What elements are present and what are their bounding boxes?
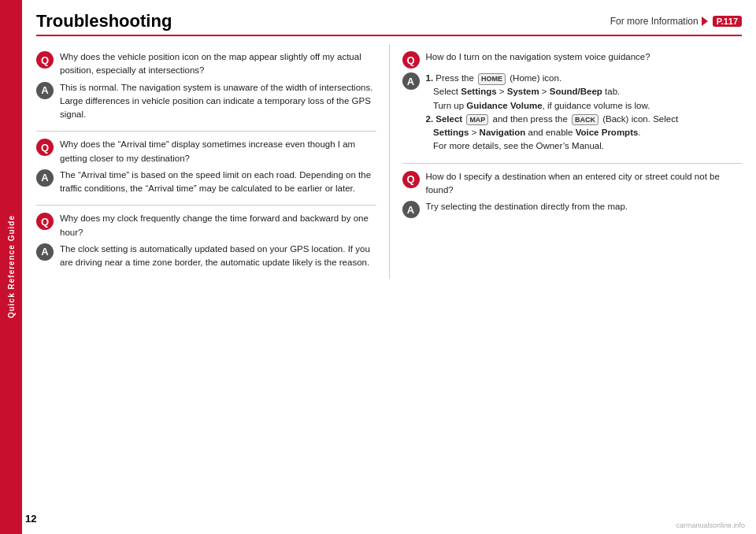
map-button-badge: MAP	[466, 114, 488, 126]
home-button-badge: HOME	[478, 73, 506, 85]
qa-block-3: Q Why does my clock frequently change th…	[36, 206, 376, 279]
q-icon-2: Q	[36, 139, 54, 156]
question-text-1: Why does the vehicle position icon on th…	[60, 50, 376, 78]
a-icon-5: A	[402, 201, 420, 218]
answer-text-2: The “Arrival time” is based on the speed…	[60, 169, 376, 196]
page-title: Troubleshooting	[36, 11, 172, 32]
answer-text-5: Try selecting the destination directly f…	[426, 200, 743, 213]
ref-page-badge: P.117	[713, 16, 742, 27]
answer-row-3: A The clock setting is automatically upd…	[36, 243, 376, 270]
a-icon-1: A	[36, 82, 54, 99]
answer-text-3: The clock setting is automatically updat…	[60, 243, 376, 270]
back-button-badge: BACK	[572, 114, 598, 126]
content-columns: Q Why does the vehicle position icon on …	[36, 44, 742, 279]
q-icon-1: Q	[36, 51, 54, 69]
header-ref-text: For more Information	[610, 16, 699, 27]
q-icon-3: Q	[36, 213, 54, 230]
answer-row-1: A This is normal. The navigation system …	[36, 81, 376, 122]
answer-row-2: A The “Arrival time” is based on the spe…	[36, 169, 376, 196]
header-ref: For more Information P.117	[610, 16, 742, 27]
answer-row-5: A Try selecting the destination directly…	[402, 200, 743, 218]
answer-row-4: A 1. Press the HOME (Home) icon. Select …	[402, 72, 743, 154]
question-row-2: Q Why does the “Arrival time” display so…	[36, 138, 376, 165]
answer-text-4: 1. Press the HOME (Home) icon. Select Se…	[426, 72, 743, 154]
question-row-5: Q How do I specify a destination when an…	[402, 170, 743, 198]
question-row-3: Q Why does my clock frequently change th…	[36, 212, 376, 239]
page-header: Troubleshooting For more Information P.1…	[36, 11, 742, 36]
left-column: Q Why does the vehicle position icon on …	[36, 44, 390, 279]
ref-arrow-icon	[702, 17, 708, 26]
a-icon-3: A	[36, 243, 54, 261]
watermark: carmanualsonline.info	[676, 521, 745, 529]
right-column: Q How do I turn on the navigation system…	[390, 44, 743, 279]
question-text-5: How do I specify a destination when an e…	[426, 170, 743, 198]
qa-block-1: Q Why does the vehicle position icon on …	[36, 44, 376, 132]
question-row-1: Q Why does the vehicle position icon on …	[36, 50, 376, 78]
qa-block-2: Q Why does the “Arrival time” display so…	[36, 132, 376, 206]
qa-block-5: Q How do I specify a destination when an…	[402, 164, 743, 228]
answer-text-1: This is normal. The navigation system is…	[60, 81, 376, 122]
main-content: Troubleshooting For more Information P.1…	[22, 0, 756, 534]
q-icon-5: Q	[402, 171, 420, 188]
q-icon-4: Q	[402, 51, 420, 69]
a-icon-4: A	[402, 72, 420, 90]
question-text-3: Why does my clock frequently change the …	[60, 212, 376, 239]
question-text-2: Why does the “Arrival time” display some…	[60, 138, 376, 165]
qa-block-4: Q How do I turn on the navigation system…	[402, 44, 743, 164]
question-text-4: How do I turn on the navigation system v…	[426, 50, 743, 64]
a-icon-2: A	[36, 169, 54, 187]
question-row-4: Q How do I turn on the navigation system…	[402, 50, 743, 69]
sidebar-strip: Quick Reference Guide	[0, 0, 22, 534]
sidebar-label: Quick Reference Guide	[7, 215, 16, 318]
